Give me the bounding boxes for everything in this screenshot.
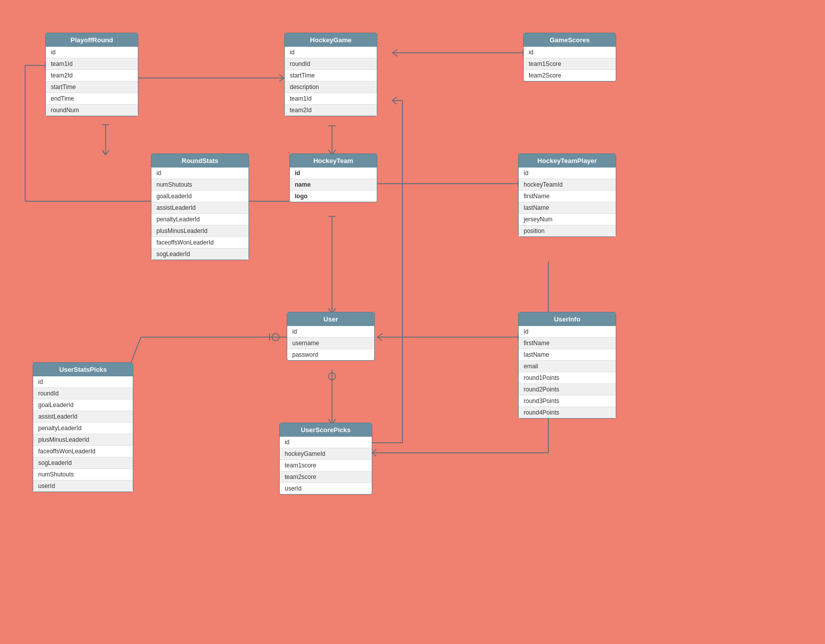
table-row: id	[287, 326, 374, 338]
table-row: id	[290, 168, 377, 179]
table-row: position	[519, 225, 616, 236]
table-row: goalLeaderId	[151, 191, 249, 202]
user-table: User id username password	[287, 312, 375, 361]
svg-point-28	[272, 334, 279, 341]
table-row: id	[280, 437, 372, 448]
table-row: round1Points	[519, 372, 616, 384]
table-row: numShutouts	[151, 179, 249, 191]
table-row: sogLeaderId	[151, 249, 249, 260]
table-row: roundNum	[46, 105, 138, 116]
table-row: team1score	[280, 460, 372, 471]
table-row: id	[519, 326, 616, 338]
table-row: numShutouts	[33, 469, 133, 480]
svg-line-53	[372, 453, 376, 456]
hockey-game-table: HockeyGame id roundId startTime descript…	[284, 33, 377, 116]
table-row: team1Id	[285, 93, 377, 105]
table-row: endTime	[46, 93, 138, 105]
playoff-round-header: PlayoffRound	[46, 33, 138, 47]
table-row: startTime	[46, 82, 138, 93]
table-row: id	[46, 47, 138, 58]
hockey-game-header: HockeyGame	[285, 33, 377, 47]
table-row: id	[285, 47, 377, 58]
user-info-header: UserInfo	[519, 312, 616, 326]
svg-line-2	[279, 78, 284, 82]
user-stats-picks-header: UserStatsPicks	[33, 363, 133, 376]
table-row: hockeyTeamId	[519, 179, 616, 191]
user-score-picks-header: UserScorePicks	[280, 423, 372, 437]
user-info-table: UserInfo id firstName lastName email rou…	[518, 312, 616, 419]
user-score-picks-table: UserScorePicks id hockeyGameId team1scor…	[279, 423, 372, 495]
hockey-team-table: HockeyTeam id name logo	[289, 153, 377, 202]
user-header: User	[287, 312, 374, 326]
table-row: id	[33, 376, 133, 388]
playoff-round-table: PlayoffRound id team1Id team2Id startTim…	[45, 33, 138, 116]
table-row: round2Points	[519, 384, 616, 395]
table-row: firstName	[519, 338, 616, 349]
table-row: plusMinusLeaderId	[151, 225, 249, 237]
table-row: lastName	[519, 349, 616, 361]
table-row: hockeyGameId	[280, 448, 372, 460]
round-stats-table: RoundStats id numShutouts goalLeaderId a…	[151, 153, 249, 260]
table-row: lastName	[519, 202, 616, 214]
table-row: description	[285, 82, 377, 93]
table-row: id	[151, 168, 249, 179]
table-row: password	[287, 349, 374, 360]
table-row: round3Points	[519, 395, 616, 407]
svg-line-44	[392, 97, 396, 101]
hockey-team-header: HockeyTeam	[290, 154, 377, 168]
table-row: team2score	[280, 471, 372, 483]
round-stats-header: RoundStats	[151, 154, 249, 168]
table-row: jerseyNum	[519, 214, 616, 225]
table-row: team2Id	[285, 105, 377, 116]
svg-line-16	[392, 53, 397, 56]
table-row: team2Score	[524, 70, 616, 81]
svg-line-45	[392, 101, 396, 104]
table-row: userId	[33, 480, 133, 492]
svg-line-1	[279, 74, 284, 78]
table-row: userId	[280, 483, 372, 494]
table-row: penaltyLeaderId	[151, 214, 249, 225]
table-row: round4Points	[519, 407, 616, 418]
svg-line-15	[392, 49, 397, 53]
svg-line-37	[377, 334, 382, 337]
svg-point-33	[328, 373, 336, 380]
user-stats-picks-table: UserStatsPicks id roundId goalLeaderId a…	[33, 362, 133, 492]
table-row: assistLeaderId	[151, 202, 249, 214]
table-row: sogLeaderId	[33, 457, 133, 469]
game-scores-header: GameScores	[524, 33, 616, 47]
svg-line-5	[102, 150, 106, 155]
table-row: logo	[290, 191, 377, 202]
table-row: goalLeaderId	[33, 399, 133, 411]
table-row: startTime	[285, 70, 377, 82]
table-row: plusMinusLeaderId	[33, 434, 133, 446]
table-row: id	[524, 47, 616, 58]
table-row: faceoffsWonLeaderId	[33, 446, 133, 457]
hockey-team-player-header: HockeyTeamPlayer	[519, 154, 616, 168]
table-row: assistLeaderId	[33, 411, 133, 423]
table-row: team2Id	[46, 70, 138, 82]
hockey-team-player-table: HockeyTeamPlayer id hockeyTeamId firstNa…	[518, 153, 616, 237]
svg-line-52	[372, 449, 376, 453]
game-scores-table: GameScores id team1Score team2Score	[523, 33, 616, 82]
svg-line-6	[106, 150, 109, 155]
table-row: roundId	[33, 388, 133, 399]
table-row: team1Score	[524, 58, 616, 70]
table-row: email	[519, 361, 616, 372]
table-row: team1Id	[46, 58, 138, 70]
table-row: firstName	[519, 191, 616, 202]
table-row: roundId	[285, 58, 377, 70]
svg-line-38	[377, 337, 382, 341]
table-row: penaltyLeaderId	[33, 423, 133, 434]
table-row: name	[290, 179, 377, 191]
table-row: id	[519, 168, 616, 179]
table-row: username	[287, 338, 374, 349]
table-row: faceoffsWonLeaderId	[151, 237, 249, 249]
